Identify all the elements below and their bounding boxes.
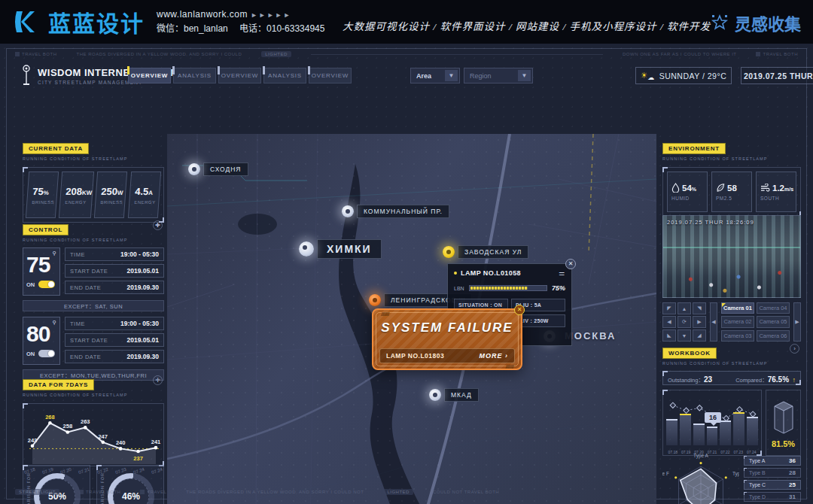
pan-left-button[interactable]: ◀ [662, 316, 676, 328]
svg-text:241: 241 [151, 439, 161, 445]
top-deco-strip: TRAVEL BOTH THE ROADS DIVERGED IN A YELL… [15, 51, 798, 57]
panel-label: CONTROL [23, 224, 69, 235]
area-select[interactable]: Area ▼ [410, 68, 460, 83]
cube-indicator: 81.5% [766, 390, 801, 456]
pan-up-right-button[interactable]: ◥ [693, 302, 706, 314]
panel-label: CURRENT DATA [23, 143, 89, 154]
workbook-bar-chart: 16 07.1807.19 07.2007.21 07.2207.23 07.2… [662, 390, 762, 456]
svg-text:Type F: Type F [662, 471, 669, 477]
week-data-panel: DATA FOR 7DAYS ✛ RUNNING CONDITION OF ST… [23, 376, 164, 473]
svg-text:Type A: Type A [693, 453, 709, 459]
power-toggle[interactable] [38, 281, 55, 288]
close-icon[interactable]: ✕ [565, 259, 576, 269]
stat-pm25: 58 PM2.5 [711, 172, 752, 212]
date-display: 2019.07.25 THUR [741, 67, 813, 84]
tab-overview-3[interactable]: OVERVIEW [309, 68, 352, 83]
chevron-right-button[interactable]: › [790, 344, 799, 354]
workbook-chart-row: 16 07.1807.19 07.2007.21 07.2207.23 07.2… [662, 390, 801, 456]
map-pin-zavodskaya[interactable]: ЗАВОДСКАЯ УЛ [443, 245, 528, 259]
camera-list: Camera 01 Camera 04 Camera 02 Camera 05 … [721, 302, 790, 342]
map-pin-kommunalny[interactable]: КОММУНАЛЬНЫЙ ПР. [342, 205, 449, 218]
panel-label: WORKBOOK [662, 348, 717, 359]
svg-text:268: 268 [45, 414, 55, 421]
tab-overview-2[interactable]: OVERVIEW [218, 68, 261, 83]
camera-feed: 2019.07.25 THUR 18:26:09 [662, 215, 801, 298]
camera-02-button[interactable]: Camera 02 [721, 316, 754, 327]
map-pin-mkad[interactable]: МКАД [429, 388, 479, 402]
power-toggle[interactable] [38, 350, 55, 357]
chevron-down-icon: ▼ [445, 70, 458, 81]
camera-01-button[interactable]: Camera 01 [721, 302, 754, 314]
pan-up-button[interactable]: ▲ [678, 302, 691, 314]
dashboard: TRAVEL BOTH THE ROADS DIVERGED IN A YELL… [0, 44, 813, 504]
panel-subtitle: RUNNING CONDITION OF STREETLAMP [23, 393, 164, 397]
except-days: EXCEPT：SAT, SUN [23, 300, 164, 311]
site-header: 蓝蓝设计 www.lanlanwork.com ►►►►► 微信：ben_lan… [0, 0, 813, 44]
bottom-deco-strip: STREET LIGHT TRAVEL BOTH TRAVEL THE ROAD… [15, 489, 798, 495]
website-link[interactable]: www.lanlanwork.com [157, 9, 248, 20]
time-row[interactable]: TIME19:00 - 05:30 [65, 247, 164, 261]
camera-06-button[interactable]: Camera 06 [757, 330, 790, 342]
inspiration-link[interactable]: 灵感收集 [711, 11, 801, 35]
end-date-row[interactable]: END DATE2019.09.30 [65, 281, 164, 294]
bulb-icon: ⚲ [53, 320, 56, 326]
lanlan-logo-icon [12, 7, 42, 37]
gauge-1: COMPARISON FOR 50% [23, 465, 90, 504]
tab-analysis-1[interactable]: ANALYSIS [173, 68, 216, 83]
tab-bar: OVERVIEW ANALYSIS OVERVIEW ANALYSIS OVER… [128, 68, 352, 83]
more-button[interactable]: MORE › [480, 352, 509, 360]
tab-analysis-2[interactable]: ANALYSIS [263, 68, 306, 83]
reset-view-button[interactable]: ⟳ [678, 316, 691, 328]
camera-04-button[interactable]: Camera 04 [757, 302, 790, 314]
city-map[interactable]: СХОДНЯ КОММУНАЛЬНЫЙ ПР. ХИМКИ ЗАВОДСКАЯ … [167, 134, 656, 504]
type-row-a[interactable]: Type A36 [744, 456, 801, 466]
current-stats: 75% BRINESS 208KW ENERGY 250W BRINESS 4.… [23, 167, 164, 223]
tab-overview-1[interactable]: OVERVIEW [128, 68, 171, 83]
camera-prev-button[interactable]: ◀ [710, 302, 717, 342]
radar-chart: Type AType BType CType DType EType F [662, 451, 739, 504]
pan-right-button[interactable]: ▶ [693, 316, 706, 328]
stat-humidity: 54% HUMID [667, 172, 708, 212]
add-button[interactable]: ✚ [153, 220, 163, 230]
svg-text:240: 240 [116, 439, 126, 446]
lamp-pin-icon [443, 246, 455, 258]
svg-text:247: 247 [98, 433, 108, 440]
camera-05-button[interactable]: Camera 05 [757, 316, 790, 327]
map-pin-shodnya[interactable]: СХОДНЯ [188, 162, 248, 176]
stat-briness-w: 250W BRINESS [94, 172, 128, 218]
stat-wind: 1.2m/s SOUTH [756, 172, 796, 212]
type-row-b[interactable]: Type B28 [744, 468, 801, 478]
bullet-icon [454, 272, 457, 275]
bulb-icon: ⚲ [53, 250, 56, 257]
checkbox-icon [15, 52, 20, 56]
camera-dpad: ◤ ▲ ◥ ◀ ⟳ ▶ ◣ ▼ ◢ [662, 302, 706, 342]
pan-down-button[interactable]: ▼ [678, 329, 691, 342]
checkbox-icon [79, 490, 84, 494]
camera-next-button[interactable]: ▶ [793, 302, 801, 342]
region-select[interactable]: Region ▼ [464, 68, 533, 83]
failure-title: SYSTEM FAILURE [379, 320, 515, 335]
lamp-id: LAMP NO.L01058 [461, 269, 555, 277]
camera-03-button[interactable]: Camera 03 [721, 330, 754, 342]
workbook-stats: Outstanding：23 Compared：76.5% ↑ [662, 371, 801, 385]
cube-percent: 81.5% [772, 439, 795, 448]
week-line-chart: 243268258263247240237241 [23, 403, 164, 466]
refresh-button[interactable]: ✛ [153, 375, 163, 385]
map-pin-khimki[interactable]: ХИМКИ [299, 239, 382, 259]
svg-text:Type B: Type B [732, 471, 739, 477]
pan-down-left-button[interactable]: ◣ [662, 329, 676, 342]
start-date-row[interactable]: START DATE2019.05.01 [65, 333, 164, 347]
pan-down-right-button[interactable]: ◢ [693, 329, 706, 342]
brand-name: 蓝蓝设计 [48, 5, 145, 38]
panel-subtitle: RUNNING CONDITION OF STREETLAMP [662, 361, 801, 366]
compared-value: 76.5% [768, 375, 789, 384]
pan-up-left-button[interactable]: ◤ [662, 302, 676, 314]
end-date-row[interactable]: END DATE2019.09.30 [65, 350, 164, 363]
camera-controls: ◤ ▲ ◥ ◀ ⟳ ▶ ◣ ▼ ◢ ◀ Camera 01 Camera 04 … [662, 302, 801, 342]
sliders-icon[interactable]: ⚌ [559, 269, 565, 277]
lamp-pin-icon [188, 163, 200, 175]
time-row[interactable]: TIME19:00 - 05:30 [65, 317, 164, 330]
lamp-pin-icon [369, 294, 381, 306]
close-icon[interactable]: ✕ [514, 305, 525, 315]
start-date-row[interactable]: START DATE2019.05.01 [65, 264, 164, 278]
